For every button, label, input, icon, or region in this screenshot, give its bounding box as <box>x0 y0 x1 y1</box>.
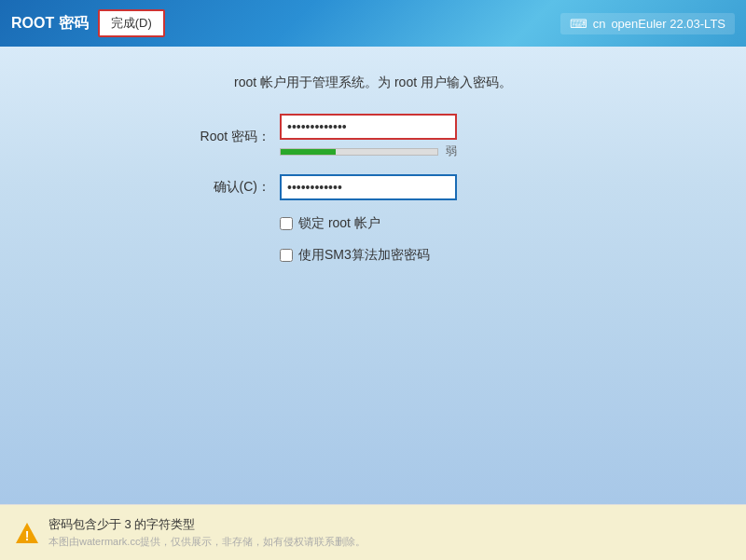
warning-icon-wrap: ! <box>15 521 39 545</box>
strength-bar-bg <box>280 148 438 156</box>
page-title: ROOT 密码 <box>11 14 89 34</box>
version-label: openEuler 22.03-LTS <box>611 17 725 31</box>
sm3-checkbox[interactable] <box>280 249 293 262</box>
lock-root-checkbox[interactable] <box>280 217 293 230</box>
confirm-password-input[interactable] <box>280 174 457 200</box>
header-right: ⌨ cn openEuler 22.03-LTS <box>560 13 735 34</box>
header-left: ROOT 密码 完成(D) <box>11 9 165 37</box>
header: ROOT 密码 完成(D) ⌨ cn openEuler 22.03-LTS <box>0 0 746 47</box>
watermark-text: 本图由watermark.cc提供，仅供展示，非存储，如有侵权请联系删除。 <box>48 535 366 549</box>
root-password-input[interactable] <box>280 114 457 140</box>
form-area: Root 密码： 弱 确认(C)： 锁定 root 帐户 <box>196 114 550 264</box>
lock-root-label: 锁定 root 帐户 <box>298 215 380 232</box>
strength-bar-area: 弱 <box>280 143 457 159</box>
warning-icon: ! <box>15 521 39 545</box>
lock-root-row: 锁定 root 帐户 <box>280 215 550 232</box>
strength-label: 弱 <box>446 143 457 159</box>
root-password-input-group: 弱 <box>280 114 457 159</box>
confirm-password-row: 确认(C)： <box>196 174 550 200</box>
keyboard-icon: ⌨ <box>570 17 587 31</box>
sm3-label: 使用SM3算法加密密码 <box>298 247 430 264</box>
sm3-row: 使用SM3算法加密密码 <box>280 247 550 264</box>
strength-bar-fill <box>281 149 336 155</box>
confirm-label: 确认(C)： <box>196 179 270 196</box>
main-content: root 帐户用于管理系统。为 root 用户输入密码。 Root 密码： 弱 … <box>0 47 746 504</box>
root-password-label: Root 密码： <box>196 129 270 145</box>
description: root 帐户用于管理系统。为 root 用户输入密码。 <box>234 75 512 91</box>
language-indicator: cn <box>593 17 606 31</box>
root-password-row: Root 密码： 弱 <box>196 114 550 159</box>
bottom-bar: ! 密码包含少于 3 的字符类型 本图由watermark.cc提供，仅供展示，… <box>0 504 746 560</box>
done-button[interactable]: 完成(D) <box>98 9 165 37</box>
svg-text:!: ! <box>25 528 30 543</box>
warning-text: 密码包含少于 3 的字符类型 <box>48 516 366 533</box>
